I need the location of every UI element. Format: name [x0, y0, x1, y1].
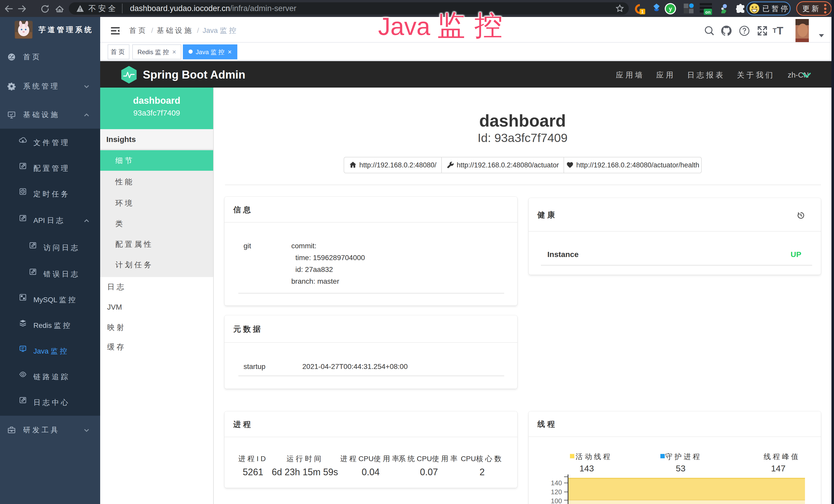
svg-text:y: y: [669, 6, 672, 12]
svg-text:on: on: [705, 10, 711, 15]
svg-text:1: 1: [641, 9, 644, 15]
